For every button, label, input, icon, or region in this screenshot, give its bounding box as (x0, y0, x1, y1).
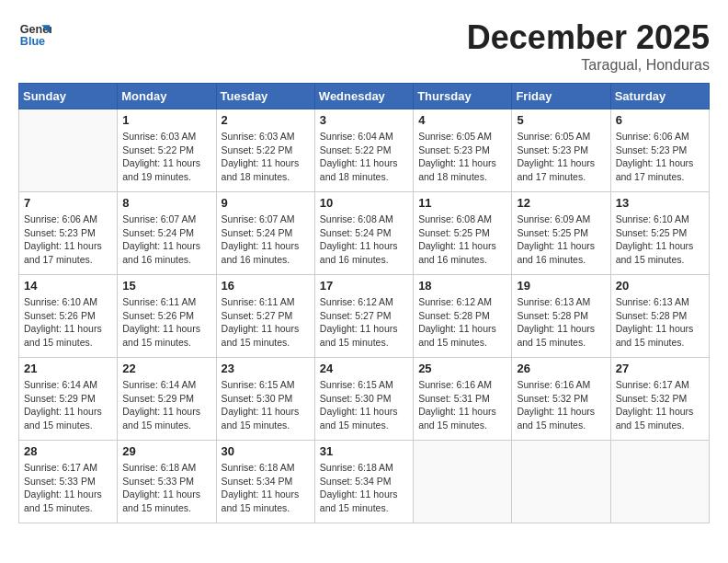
day-info: Sunrise: 6:14 AM Sunset: 5:29 PM Dayligh… (24, 378, 112, 432)
day-number: 2 (222, 113, 310, 127)
day-number: 1 (122, 113, 210, 127)
day-info: Sunrise: 6:16 AM Sunset: 5:32 PM Dayligh… (517, 378, 605, 432)
day-info: Sunrise: 6:07 AM Sunset: 5:24 PM Dayligh… (222, 213, 310, 267)
day-info: Sunrise: 6:18 AM Sunset: 5:34 PM Dayligh… (320, 461, 408, 515)
day-info: Sunrise: 6:15 AM Sunset: 5:30 PM Dayligh… (222, 378, 310, 432)
day-number: 10 (320, 196, 408, 210)
day-info: Sunrise: 6:17 AM Sunset: 5:32 PM Dayligh… (616, 378, 704, 432)
day-info: Sunrise: 6:07 AM Sunset: 5:24 PM Dayligh… (122, 213, 210, 267)
calendar-week-2: 7Sunrise: 6:06 AM Sunset: 5:23 PM Daylig… (19, 192, 710, 275)
day-info: Sunrise: 6:11 AM Sunset: 5:26 PM Dayligh… (122, 295, 210, 350)
header: General Blue December 2025 Taragual, Hon… (18, 18, 710, 74)
calendar-cell: 16Sunrise: 6:11 AM Sunset: 5:27 PM Dayli… (216, 275, 314, 358)
logo-icon: General Blue (18, 18, 51, 52)
calendar-cell: 2Sunrise: 6:03 AM Sunset: 5:22 PM Daylig… (216, 109, 314, 192)
calendar-cell: 27Sunrise: 6:17 AM Sunset: 5:32 PM Dayli… (610, 358, 709, 441)
day-info: Sunrise: 6:17 AM Sunset: 5:33 PM Dayligh… (24, 461, 112, 515)
title-area: December 2025 Taragual, Honduras (467, 18, 710, 74)
day-info: Sunrise: 6:18 AM Sunset: 5:33 PM Dayligh… (122, 461, 210, 515)
day-number: 23 (222, 362, 310, 375)
calendar-cell: 15Sunrise: 6:11 AM Sunset: 5:26 PM Dayli… (118, 275, 216, 358)
calendar-cell (512, 441, 610, 523)
day-number: 19 (517, 279, 605, 293)
day-number: 26 (517, 362, 605, 375)
col-friday: Friday (512, 84, 610, 109)
calendar-week-4: 21Sunrise: 6:14 AM Sunset: 5:29 PM Dayli… (19, 358, 710, 441)
calendar-cell: 11Sunrise: 6:08 AM Sunset: 5:25 PM Dayli… (414, 192, 512, 275)
svg-text:Blue: Blue (20, 35, 45, 48)
calendar-cell: 25Sunrise: 6:16 AM Sunset: 5:31 PM Dayli… (414, 358, 512, 441)
calendar-cell: 20Sunrise: 6:13 AM Sunset: 5:28 PM Dayli… (610, 275, 709, 358)
day-info: Sunrise: 6:16 AM Sunset: 5:31 PM Dayligh… (418, 378, 506, 432)
day-number: 27 (616, 362, 704, 375)
calendar-week-1: 1Sunrise: 6:03 AM Sunset: 5:22 PM Daylig… (19, 109, 710, 192)
day-info: Sunrise: 6:06 AM Sunset: 5:23 PM Dayligh… (24, 213, 112, 267)
day-info: Sunrise: 6:05 AM Sunset: 5:23 PM Dayligh… (517, 130, 605, 184)
day-info: Sunrise: 6:14 AM Sunset: 5:29 PM Dayligh… (122, 378, 210, 432)
calendar-cell: 22Sunrise: 6:14 AM Sunset: 5:29 PM Dayli… (118, 358, 216, 441)
day-number: 7 (24, 196, 112, 210)
day-number: 15 (122, 279, 210, 293)
logo: General Blue (18, 18, 51, 52)
day-number: 16 (222, 279, 310, 293)
day-number: 28 (24, 444, 112, 458)
day-info: Sunrise: 6:13 AM Sunset: 5:28 PM Dayligh… (517, 295, 605, 350)
calendar-cell: 21Sunrise: 6:14 AM Sunset: 5:29 PM Dayli… (19, 358, 118, 441)
calendar-cell: 26Sunrise: 6:16 AM Sunset: 5:32 PM Dayli… (512, 358, 610, 441)
day-number: 29 (122, 444, 210, 458)
day-info: Sunrise: 6:06 AM Sunset: 5:23 PM Dayligh… (616, 130, 704, 184)
day-number: 9 (222, 196, 310, 210)
calendar-cell: 19Sunrise: 6:13 AM Sunset: 5:28 PM Dayli… (512, 275, 610, 358)
calendar-cell: 4Sunrise: 6:05 AM Sunset: 5:23 PM Daylig… (414, 109, 512, 192)
day-info: Sunrise: 6:12 AM Sunset: 5:28 PM Dayligh… (418, 295, 506, 350)
calendar-cell: 12Sunrise: 6:09 AM Sunset: 5:25 PM Dayli… (512, 192, 610, 275)
calendar-cell: 13Sunrise: 6:10 AM Sunset: 5:25 PM Dayli… (610, 192, 709, 275)
calendar-cell: 28Sunrise: 6:17 AM Sunset: 5:33 PM Dayli… (19, 441, 118, 523)
calendar-cell: 14Sunrise: 6:10 AM Sunset: 5:26 PM Dayli… (19, 275, 118, 358)
day-info: Sunrise: 6:03 AM Sunset: 5:22 PM Dayligh… (122, 130, 210, 184)
calendar-cell: 30Sunrise: 6:18 AM Sunset: 5:34 PM Dayli… (216, 441, 314, 523)
day-number: 20 (616, 279, 704, 293)
calendar-cell (610, 441, 709, 523)
calendar-cell: 29Sunrise: 6:18 AM Sunset: 5:33 PM Dayli… (118, 441, 216, 523)
day-info: Sunrise: 6:18 AM Sunset: 5:34 PM Dayligh… (222, 461, 310, 515)
col-sunday: Sunday (19, 84, 118, 109)
month-year: December 2025 (467, 18, 710, 57)
calendar-cell: 24Sunrise: 6:15 AM Sunset: 5:30 PM Dayli… (314, 358, 413, 441)
calendar-cell: 17Sunrise: 6:12 AM Sunset: 5:27 PM Dayli… (314, 275, 413, 358)
day-number: 18 (418, 279, 506, 293)
calendar-cell (414, 441, 512, 523)
day-info: Sunrise: 6:10 AM Sunset: 5:26 PM Dayligh… (24, 295, 112, 350)
col-wednesday: Wednesday (314, 84, 413, 109)
day-number: 22 (122, 362, 210, 375)
calendar-cell: 3Sunrise: 6:04 AM Sunset: 5:22 PM Daylig… (314, 109, 413, 192)
day-number: 31 (320, 444, 408, 458)
day-number: 5 (517, 113, 605, 127)
calendar-cell: 5Sunrise: 6:05 AM Sunset: 5:23 PM Daylig… (512, 109, 610, 192)
calendar-week-5: 28Sunrise: 6:17 AM Sunset: 5:33 PM Dayli… (19, 441, 710, 523)
calendar-table: Sunday Monday Tuesday Wednesday Thursday… (18, 83, 710, 523)
day-info: Sunrise: 6:03 AM Sunset: 5:22 PM Dayligh… (222, 130, 310, 184)
day-number: 8 (122, 196, 210, 210)
day-info: Sunrise: 6:04 AM Sunset: 5:22 PM Dayligh… (320, 130, 408, 184)
calendar-cell: 1Sunrise: 6:03 AM Sunset: 5:22 PM Daylig… (118, 109, 216, 192)
day-info: Sunrise: 6:08 AM Sunset: 5:25 PM Dayligh… (418, 213, 506, 267)
day-info: Sunrise: 6:15 AM Sunset: 5:30 PM Dayligh… (320, 378, 408, 432)
calendar-cell (19, 109, 118, 192)
calendar-cell: 6Sunrise: 6:06 AM Sunset: 5:23 PM Daylig… (610, 109, 709, 192)
day-info: Sunrise: 6:09 AM Sunset: 5:25 PM Dayligh… (517, 213, 605, 267)
calendar-cell: 10Sunrise: 6:08 AM Sunset: 5:24 PM Dayli… (314, 192, 413, 275)
day-number: 25 (418, 362, 506, 375)
calendar-week-3: 14Sunrise: 6:10 AM Sunset: 5:26 PM Dayli… (19, 275, 710, 358)
location: Taragual, Honduras (467, 57, 710, 74)
calendar-cell: 9Sunrise: 6:07 AM Sunset: 5:24 PM Daylig… (216, 192, 314, 275)
day-number: 4 (418, 113, 506, 127)
calendar-cell: 23Sunrise: 6:15 AM Sunset: 5:30 PM Dayli… (216, 358, 314, 441)
day-number: 11 (418, 196, 506, 210)
day-number: 13 (616, 196, 704, 210)
calendar-cell: 18Sunrise: 6:12 AM Sunset: 5:28 PM Dayli… (414, 275, 512, 358)
day-info: Sunrise: 6:10 AM Sunset: 5:25 PM Dayligh… (616, 213, 704, 267)
day-info: Sunrise: 6:13 AM Sunset: 5:28 PM Dayligh… (616, 295, 704, 350)
calendar-cell: 7Sunrise: 6:06 AM Sunset: 5:23 PM Daylig… (19, 192, 118, 275)
day-number: 21 (24, 362, 112, 375)
